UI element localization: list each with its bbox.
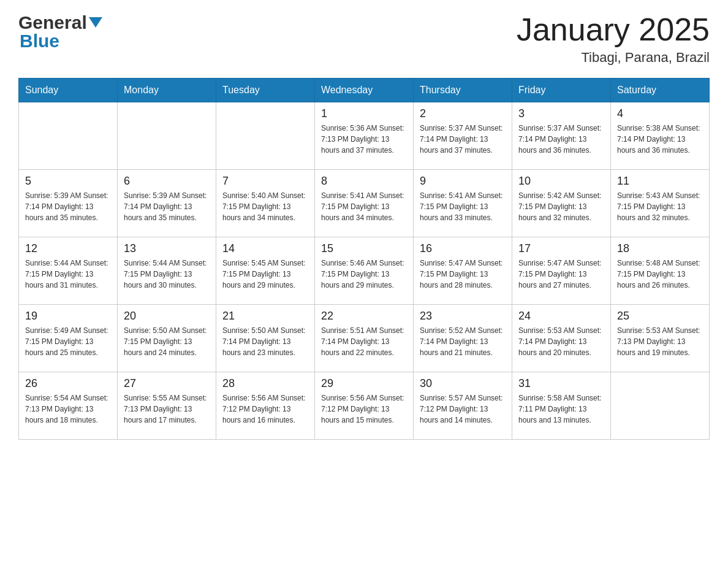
calendar-cell: 18Sunrise: 5:48 AM Sunset: 7:15 PM Dayli… — [611, 237, 710, 305]
calendar-cell: 24Sunrise: 5:53 AM Sunset: 7:14 PM Dayli… — [512, 305, 611, 372]
day-info: Sunrise: 5:58 AM Sunset: 7:11 PM Dayligh… — [518, 393, 604, 426]
day-info: Sunrise: 5:56 AM Sunset: 7:12 PM Dayligh… — [321, 393, 407, 426]
calendar-header-monday: Monday — [118, 79, 216, 102]
calendar-cell: 6Sunrise: 5:39 AM Sunset: 7:14 PM Daylig… — [118, 170, 216, 237]
day-info: Sunrise: 5:53 AM Sunset: 7:13 PM Dayligh… — [617, 325, 703, 358]
day-info: Sunrise: 5:37 AM Sunset: 7:14 PM Dayligh… — [420, 123, 506, 156]
day-info: Sunrise: 5:50 AM Sunset: 7:15 PM Dayligh… — [124, 325, 210, 358]
calendar-header-wednesday: Wednesday — [315, 79, 414, 102]
subtitle: Tibagi, Parana, Brazil — [517, 50, 710, 66]
calendar-cell: 30Sunrise: 5:57 AM Sunset: 7:12 PM Dayli… — [414, 372, 512, 440]
day-info: Sunrise: 5:49 AM Sunset: 7:15 PM Dayligh… — [25, 325, 111, 358]
day-info: Sunrise: 5:50 AM Sunset: 7:14 PM Dayligh… — [222, 325, 308, 358]
day-number: 28 — [222, 377, 308, 390]
day-info: Sunrise: 5:55 AM Sunset: 7:13 PM Dayligh… — [124, 393, 210, 426]
calendar-header-thursday: Thursday — [414, 79, 512, 102]
calendar-cell: 15Sunrise: 5:46 AM Sunset: 7:15 PM Dayli… — [315, 237, 414, 305]
day-number: 21 — [222, 310, 308, 323]
day-info: Sunrise: 5:41 AM Sunset: 7:15 PM Dayligh… — [420, 190, 506, 223]
calendar-cell: 21Sunrise: 5:50 AM Sunset: 7:14 PM Dayli… — [216, 305, 315, 372]
day-info: Sunrise: 5:39 AM Sunset: 7:14 PM Dayligh… — [124, 190, 210, 223]
calendar-header-sunday: Sunday — [19, 79, 118, 102]
calendar-cell: 16Sunrise: 5:47 AM Sunset: 7:15 PM Dayli… — [414, 237, 512, 305]
day-number: 10 — [518, 175, 604, 188]
day-info: Sunrise: 5:52 AM Sunset: 7:14 PM Dayligh… — [420, 325, 506, 358]
day-info: Sunrise: 5:43 AM Sunset: 7:15 PM Dayligh… — [617, 190, 703, 223]
calendar-cell — [19, 102, 118, 170]
calendar-cell: 22Sunrise: 5:51 AM Sunset: 7:14 PM Dayli… — [315, 305, 414, 372]
calendar-cell: 12Sunrise: 5:44 AM Sunset: 7:15 PM Dayli… — [19, 237, 118, 305]
calendar-week-row: 12Sunrise: 5:44 AM Sunset: 7:15 PM Dayli… — [19, 237, 710, 305]
day-info: Sunrise: 5:53 AM Sunset: 7:14 PM Dayligh… — [518, 325, 604, 358]
calendar-cell: 23Sunrise: 5:52 AM Sunset: 7:14 PM Dayli… — [414, 305, 512, 372]
day-number: 13 — [124, 242, 210, 255]
day-info: Sunrise: 5:46 AM Sunset: 7:15 PM Dayligh… — [321, 258, 407, 291]
day-info: Sunrise: 5:41 AM Sunset: 7:15 PM Dayligh… — [321, 190, 407, 223]
day-number: 27 — [124, 377, 210, 390]
calendar-cell: 25Sunrise: 5:53 AM Sunset: 7:13 PM Dayli… — [611, 305, 710, 372]
day-number: 1 — [321, 107, 407, 120]
calendar-cell: 9Sunrise: 5:41 AM Sunset: 7:15 PM Daylig… — [414, 170, 512, 237]
calendar-cell: 13Sunrise: 5:44 AM Sunset: 7:15 PM Dayli… — [118, 237, 216, 305]
day-info: Sunrise: 5:38 AM Sunset: 7:14 PM Dayligh… — [617, 123, 703, 156]
calendar-cell: 4Sunrise: 5:38 AM Sunset: 7:14 PM Daylig… — [611, 102, 710, 170]
day-number: 2 — [420, 107, 506, 120]
calendar-cell: 8Sunrise: 5:41 AM Sunset: 7:15 PM Daylig… — [315, 170, 414, 237]
day-info: Sunrise: 5:56 AM Sunset: 7:12 PM Dayligh… — [222, 393, 308, 426]
calendar-cell: 3Sunrise: 5:37 AM Sunset: 7:14 PM Daylig… — [512, 102, 611, 170]
day-number: 3 — [518, 107, 604, 120]
title-section: January 2025 Tibagi, Parana, Brazil — [517, 12, 710, 66]
calendar-cell: 27Sunrise: 5:55 AM Sunset: 7:13 PM Dayli… — [118, 372, 216, 440]
day-number: 18 — [617, 242, 703, 255]
day-number: 12 — [25, 242, 111, 255]
calendar-cell — [118, 102, 216, 170]
calendar-cell: 1Sunrise: 5:36 AM Sunset: 7:13 PM Daylig… — [315, 102, 414, 170]
calendar-week-row: 26Sunrise: 5:54 AM Sunset: 7:13 PM Dayli… — [19, 372, 710, 440]
calendar-cell: 20Sunrise: 5:50 AM Sunset: 7:15 PM Dayli… — [118, 305, 216, 372]
day-info: Sunrise: 5:57 AM Sunset: 7:12 PM Dayligh… — [420, 393, 506, 426]
day-number: 23 — [420, 310, 506, 323]
calendar-header-row: SundayMondayTuesdayWednesdayThursdayFrid… — [19, 79, 710, 102]
day-number: 19 — [25, 310, 111, 323]
logo-blue-text: Blue — [20, 31, 59, 52]
calendar-header-saturday: Saturday — [611, 79, 710, 102]
day-number: 16 — [420, 242, 506, 255]
day-info: Sunrise: 5:40 AM Sunset: 7:15 PM Dayligh… — [222, 190, 308, 223]
day-number: 31 — [518, 377, 604, 390]
day-info: Sunrise: 5:54 AM Sunset: 7:13 PM Dayligh… — [25, 393, 111, 426]
day-number: 15 — [321, 242, 407, 255]
day-info: Sunrise: 5:48 AM Sunset: 7:15 PM Dayligh… — [617, 258, 703, 291]
day-number: 11 — [617, 175, 703, 188]
calendar-week-row: 19Sunrise: 5:49 AM Sunset: 7:15 PM Dayli… — [19, 305, 710, 372]
day-info: Sunrise: 5:44 AM Sunset: 7:15 PM Dayligh… — [25, 258, 111, 291]
calendar-cell: 26Sunrise: 5:54 AM Sunset: 7:13 PM Dayli… — [19, 372, 118, 440]
calendar-week-row: 1Sunrise: 5:36 AM Sunset: 7:13 PM Daylig… — [19, 102, 710, 170]
calendar-cell: 19Sunrise: 5:49 AM Sunset: 7:15 PM Dayli… — [19, 305, 118, 372]
calendar-cell — [216, 102, 315, 170]
calendar-cell: 2Sunrise: 5:37 AM Sunset: 7:14 PM Daylig… — [414, 102, 512, 170]
main-title: January 2025 — [517, 12, 710, 47]
day-info: Sunrise: 5:47 AM Sunset: 7:15 PM Dayligh… — [420, 258, 506, 291]
logo-line1: General — [18, 12, 102, 33]
day-info: Sunrise: 5:37 AM Sunset: 7:14 PM Dayligh… — [518, 123, 604, 156]
day-info: Sunrise: 5:42 AM Sunset: 7:15 PM Dayligh… — [518, 190, 604, 223]
day-info: Sunrise: 5:47 AM Sunset: 7:15 PM Dayligh… — [518, 258, 604, 291]
calendar-cell: 7Sunrise: 5:40 AM Sunset: 7:15 PM Daylig… — [216, 170, 315, 237]
calendar-header-friday: Friday — [512, 79, 611, 102]
day-number: 20 — [124, 310, 210, 323]
day-info: Sunrise: 5:36 AM Sunset: 7:13 PM Dayligh… — [321, 123, 407, 156]
calendar-header-tuesday: Tuesday — [216, 79, 315, 102]
day-number: 7 — [222, 175, 308, 188]
calendar-table: SundayMondayTuesdayWednesdayThursdayFrid… — [18, 78, 710, 440]
calendar-cell — [611, 372, 710, 440]
page-header: General Blue January 2025 Tibagi, Parana… — [18, 12, 710, 66]
day-number: 24 — [518, 310, 604, 323]
day-info: Sunrise: 5:51 AM Sunset: 7:14 PM Dayligh… — [321, 325, 407, 358]
calendar-cell: 10Sunrise: 5:42 AM Sunset: 7:15 PM Dayli… — [512, 170, 611, 237]
day-number: 9 — [420, 175, 506, 188]
calendar-cell: 14Sunrise: 5:45 AM Sunset: 7:15 PM Dayli… — [216, 237, 315, 305]
calendar-cell: 31Sunrise: 5:58 AM Sunset: 7:11 PM Dayli… — [512, 372, 611, 440]
day-number: 25 — [617, 310, 703, 323]
calendar-cell: 5Sunrise: 5:39 AM Sunset: 7:14 PM Daylig… — [19, 170, 118, 237]
day-number: 22 — [321, 310, 407, 323]
